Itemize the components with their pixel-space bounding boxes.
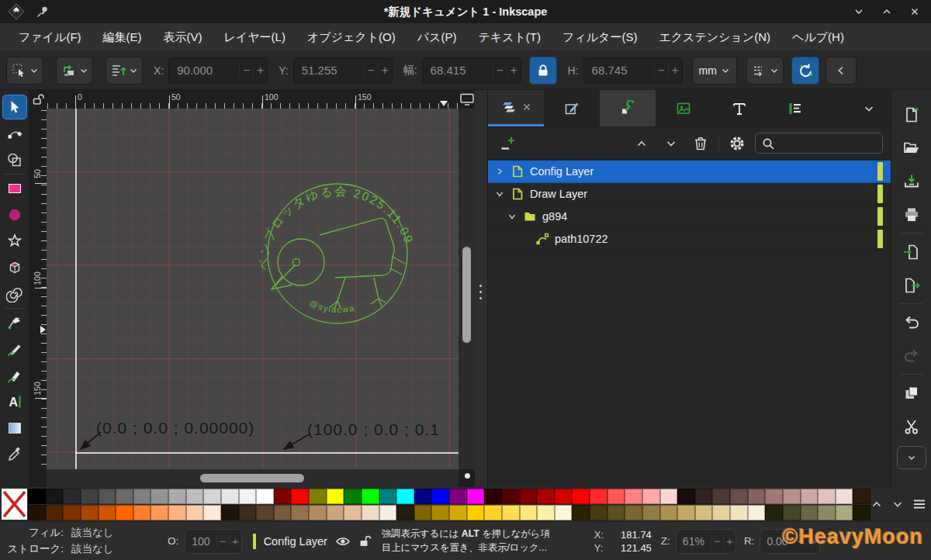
zoom-field[interactable]: 61% −+ <box>676 529 736 554</box>
color-swatch[interactable] <box>730 505 748 520</box>
rectangle-tool[interactable] <box>2 176 27 201</box>
increment-button[interactable]: + <box>668 64 682 78</box>
palette-scroll-up-button[interactable] <box>870 498 883 510</box>
import-button[interactable] <box>902 235 921 268</box>
color-swatch[interactable] <box>853 489 870 504</box>
tab-fill-stroke[interactable] <box>544 90 600 126</box>
pin-icon[interactable] <box>36 5 50 19</box>
color-swatch[interactable] <box>467 489 485 504</box>
menu-item-object[interactable]: オブジェクト(O) <box>296 23 407 51</box>
color-swatch[interactable] <box>555 505 573 520</box>
color-swatch[interactable] <box>642 505 660 520</box>
color-swatch[interactable] <box>46 489 64 504</box>
expander-icon[interactable] <box>494 190 505 198</box>
sticky-zoom-toggle[interactable] <box>465 473 470 479</box>
increment-button[interactable]: + <box>378 64 392 78</box>
color-swatch[interactable] <box>449 489 467 504</box>
color-swatch[interactable] <box>520 505 538 520</box>
menu-item-path[interactable]: パス(P) <box>407 23 468 51</box>
color-swatch[interactable] <box>748 505 766 520</box>
dock-tabs-more-button[interactable] <box>847 90 891 126</box>
color-swatch[interactable] <box>712 505 730 520</box>
save-button[interactable] <box>902 164 921 198</box>
panel-splitter[interactable] <box>475 90 487 487</box>
raise-layer-button[interactable] <box>630 132 653 155</box>
tab-image[interactable] <box>656 90 711 126</box>
redo-button[interactable] <box>902 339 921 372</box>
layer-row[interactable]: Draw Layer <box>488 183 891 206</box>
color-swatch[interactable] <box>151 505 168 520</box>
lock-ratio-button[interactable] <box>529 57 557 85</box>
dropper-tool[interactable] <box>2 442 27 467</box>
color-swatch[interactable] <box>695 489 713 504</box>
color-swatch[interactable] <box>414 505 432 520</box>
opacity-field[interactable]: 100 −+ <box>185 529 241 554</box>
height-value[interactable]: 68.745 <box>584 64 654 77</box>
color-swatch[interactable] <box>186 489 204 504</box>
current-layer-name[interactable]: Config Layer <box>264 535 327 548</box>
increment-button[interactable]: + <box>723 534 735 548</box>
layer-row[interactable]: g894 <box>488 206 891 228</box>
undo-button[interactable] <box>902 306 921 339</box>
fill-stroke-indicator[interactable]: フィル: 該当なし ストローク: 該当なし <box>6 526 132 556</box>
decrement-button[interactable]: − <box>216 534 229 548</box>
color-swatch[interactable] <box>327 489 344 504</box>
delete-layer-button[interactable] <box>689 132 712 155</box>
color-swatch[interactable] <box>344 489 362 504</box>
menu-item-layer[interactable]: レイヤー(L) <box>213 23 296 51</box>
color-swatch[interactable] <box>625 505 642 520</box>
color-swatch[interactable] <box>484 489 502 504</box>
horizontal-scrollbar[interactable] <box>47 469 459 487</box>
color-swatch[interactable] <box>256 505 274 520</box>
selector-tool[interactable] <box>2 95 27 119</box>
stack-order-dropdown[interactable] <box>106 57 143 85</box>
print-button[interactable] <box>902 198 921 231</box>
color-swatch[interactable] <box>203 505 221 520</box>
scrollbar-thumb[interactable] <box>462 247 471 343</box>
color-swatch[interactable] <box>607 505 625 520</box>
color-swatch[interactable] <box>677 489 695 504</box>
y-field[interactable]: 51.255 −+ <box>293 57 393 84</box>
color-swatch[interactable] <box>431 505 449 520</box>
ruler-corner[interactable] <box>29 90 47 109</box>
color-swatch[interactable] <box>537 505 555 520</box>
pen-tool[interactable] <box>2 310 27 335</box>
text-tool[interactable]: A <box>2 389 27 414</box>
color-swatch[interactable] <box>362 505 379 520</box>
open-button[interactable] <box>902 131 921 164</box>
color-swatch[interactable] <box>590 505 607 520</box>
new-document-button[interactable] <box>902 98 921 131</box>
color-swatch[interactable] <box>116 489 133 504</box>
color-swatch[interactable] <box>555 489 573 504</box>
tab-layers[interactable] <box>488 90 544 126</box>
color-swatch[interactable] <box>730 489 748 504</box>
layer-search-input[interactable] <box>755 133 883 154</box>
color-swatch[interactable] <box>818 505 836 520</box>
decrement-button[interactable]: − <box>239 64 253 78</box>
close-button[interactable] <box>909 6 920 17</box>
height-field[interactable]: 68.745 −+ <box>583 57 683 84</box>
color-swatch[interactable] <box>695 505 713 520</box>
color-swatch[interactable] <box>379 489 397 504</box>
color-swatch[interactable] <box>291 505 309 520</box>
color-swatch[interactable] <box>221 489 239 504</box>
pencil-tool[interactable] <box>2 337 27 361</box>
units-dropdown[interactable]: mm <box>692 57 737 85</box>
color-swatch[interactable] <box>133 505 151 520</box>
vertical-scrollbar[interactable] <box>459 109 475 469</box>
color-swatch[interactable] <box>484 505 502 520</box>
color-swatch[interactable] <box>853 505 870 520</box>
decrement-button[interactable]: − <box>654 64 668 78</box>
color-swatch[interactable] <box>660 489 678 504</box>
star-tool[interactable] <box>2 229 27 254</box>
color-swatch[interactable] <box>607 489 625 504</box>
color-swatch[interactable] <box>327 505 344 520</box>
color-swatch[interactable] <box>502 505 520 520</box>
color-swatch[interactable] <box>660 505 678 520</box>
color-swatch[interactable] <box>362 489 379 504</box>
color-swatch[interactable] <box>203 489 221 504</box>
color-swatch[interactable] <box>28 489 46 504</box>
color-swatch[interactable] <box>625 489 642 504</box>
color-swatch[interactable] <box>502 489 520 504</box>
export-button[interactable] <box>902 268 921 302</box>
